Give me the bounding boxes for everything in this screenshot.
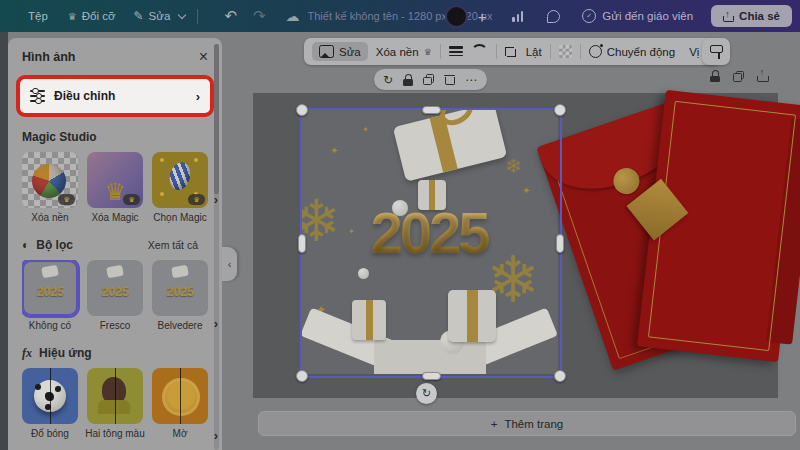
collapse-panel-tab[interactable]: ‹ bbox=[222, 247, 237, 281]
motion-icon bbox=[589, 45, 602, 58]
line-weight-icon[interactable] bbox=[449, 46, 463, 57]
lock-button[interactable] bbox=[403, 74, 413, 86]
color-swatch[interactable] bbox=[445, 5, 468, 28]
filter-fresco[interactable]: 2025 Fresco bbox=[87, 260, 143, 331]
arrow-up-glyph: ↑ bbox=[760, 67, 765, 77]
effect-duotone[interactable]: Hai tông màu bbox=[87, 368, 143, 439]
crop-icon[interactable] bbox=[505, 45, 518, 58]
magic-studio-row: ♛ Xóa nền ♛ ♛ Xóa Magic bbox=[22, 152, 218, 223]
paint-roller-icon bbox=[710, 45, 723, 59]
filter-label: Belvedere bbox=[157, 320, 202, 331]
remove-background-label: Xóa nền bbox=[376, 46, 419, 58]
effect-shadow-thumbnail bbox=[22, 368, 78, 424]
filter-belvedere[interactable]: 2025 Belvedere bbox=[152, 260, 208, 331]
star-art: ✦ bbox=[522, 186, 530, 196]
design-page[interactable]: ❄ ❄ ❄ ✦ ✦ ✦ ✦ ✦ 2025 bbox=[253, 93, 778, 398]
adjust-label: Điều chỉnh bbox=[54, 89, 115, 103]
filter-label: Fresco bbox=[100, 320, 131, 331]
resize-button[interactable]: ♛ Đổi cỡ bbox=[68, 10, 116, 22]
more-options-button[interactable]: ⋯ bbox=[465, 77, 478, 83]
filters-heading: Bộ lọc bbox=[36, 238, 73, 252]
file-menu-button[interactable]: Tệp bbox=[28, 10, 48, 22]
chevron-down-icon bbox=[178, 10, 186, 18]
redo-button[interactable]: ↷ bbox=[253, 7, 266, 25]
share-button[interactable]: ↑ Chia sẻ bbox=[711, 5, 792, 27]
filters-row: 2025 Không có 2025 Fresco 2025 bbox=[22, 260, 218, 331]
animate-button[interactable]: Chuyển động bbox=[589, 45, 675, 58]
resize-handle-top[interactable] bbox=[422, 106, 441, 114]
comment-icon[interactable] bbox=[547, 10, 560, 23]
magic-eraser-tool[interactable]: ♛ ♛ Xóa Magic bbox=[87, 152, 143, 223]
effects-row: Đổ bóng Hai tông màu Mờ L bbox=[22, 368, 218, 439]
flip-button[interactable]: Lật bbox=[526, 46, 542, 58]
red-envelope-front[interactable] bbox=[637, 90, 800, 362]
add-page-button[interactable]: + Thêm trang bbox=[258, 411, 796, 436]
lock-page-button[interactable] bbox=[710, 70, 720, 82]
magic-grab-tool[interactable]: ♛ Chọn Magic bbox=[152, 152, 208, 223]
effect-blur[interactable]: Mờ bbox=[152, 368, 208, 439]
adjust-option-highlight: Điều chỉnh › bbox=[16, 75, 214, 117]
transparency-icon[interactable] bbox=[559, 45, 572, 58]
add-color-button[interactable]: + bbox=[478, 8, 487, 25]
gift-art bbox=[171, 265, 189, 279]
curve-icon[interactable] bbox=[471, 44, 488, 60]
share-label: Chia sẻ bbox=[739, 10, 780, 22]
cloud-save-icon: ☁✓ bbox=[286, 9, 300, 23]
crown-icon: ♛ bbox=[424, 47, 432, 57]
crown-icon: ♛ bbox=[128, 196, 134, 203]
plus-icon: + bbox=[491, 418, 498, 430]
delete-button[interactable] bbox=[444, 74, 455, 86]
remove-background-button[interactable]: Xóa nền ♛ bbox=[376, 46, 432, 58]
send-to-teacher-button[interactable]: ✓ Gửi đến giáo viên bbox=[582, 9, 693, 23]
copy-style-button[interactable] bbox=[702, 38, 730, 65]
tool-label: Xóa Magic bbox=[91, 212, 138, 223]
top-menu-bar: Tệp ♛ Đổi cỡ ✎ Sửa ↶ ↷ ☁✓ Thiết kế không… bbox=[0, 0, 800, 32]
resize-handle-top-left[interactable] bbox=[296, 104, 308, 116]
magic-grab-thumbnail: ♛ bbox=[152, 152, 208, 208]
remove-bg-thumbnail: ♛ bbox=[22, 152, 78, 208]
fx-icon: fx bbox=[22, 346, 32, 361]
edit-menu-button[interactable]: ✎ Sửa bbox=[134, 9, 186, 23]
new-year-2025-image[interactable]: ❄ ❄ ❄ ✦ ✦ ✦ ✦ ✦ 2025 bbox=[300, 108, 558, 374]
close-panel-button[interactable]: × bbox=[199, 49, 208, 65]
effects-heading: Hiệu ứng bbox=[39, 346, 92, 360]
divider bbox=[496, 44, 497, 59]
magic-eraser-thumbnail: ♛ ♛ bbox=[87, 152, 143, 208]
duplicate-button[interactable] bbox=[423, 74, 434, 85]
chevron-right-icon: › bbox=[196, 89, 200, 104]
filter-none[interactable]: 2025 Không có bbox=[22, 260, 78, 331]
see-all-filters-link[interactable]: Xem tất cả bbox=[148, 239, 198, 251]
filter-none-thumbnail: 2025 bbox=[22, 260, 78, 316]
rotate-handle[interactable]: ↻ bbox=[416, 383, 437, 404]
resize-handle-top-right[interactable] bbox=[554, 104, 566, 116]
effect-shadow[interactable]: Đổ bóng bbox=[22, 368, 78, 439]
resize-handle-bottom-left[interactable] bbox=[296, 370, 308, 382]
resize-handle-left[interactable] bbox=[298, 234, 306, 253]
scrollbar-thumb[interactable] bbox=[214, 44, 219, 194]
resize-handle-bottom-right[interactable] bbox=[554, 370, 566, 382]
filters-scroll-arrow[interactable]: › bbox=[214, 316, 218, 331]
magic-studio-scroll-arrow[interactable]: › bbox=[214, 192, 218, 207]
insights-chart-icon[interactable] bbox=[512, 10, 523, 22]
panel-scrollbar[interactable] bbox=[214, 44, 219, 450]
remove-bg-tool[interactable]: ♛ Xóa nền bbox=[22, 152, 78, 223]
effects-scroll-arrow[interactable]: › bbox=[214, 428, 218, 443]
pro-badge: ♛ bbox=[123, 194, 140, 205]
resize-handle-bottom[interactable] bbox=[422, 372, 441, 380]
filter-label: Không có bbox=[29, 320, 71, 331]
small-gift-art bbox=[352, 300, 386, 340]
export-page-button[interactable]: ↑ bbox=[757, 70, 768, 82]
adjust-option[interactable]: Điều chỉnh › bbox=[20, 79, 210, 113]
tool-label: Chọn Magic bbox=[153, 212, 206, 223]
selection-dot bbox=[160, 192, 164, 196]
snowflake-art: ❄ bbox=[505, 156, 522, 176]
edit-image-button[interactable]: Sửa bbox=[312, 42, 368, 61]
effect-label: Hai tông màu bbox=[85, 428, 144, 439]
resize-handle-right[interactable] bbox=[556, 234, 564, 253]
undo-button[interactable]: ↶ bbox=[224, 7, 237, 25]
effect-duotone-thumbnail bbox=[87, 368, 143, 424]
image-icon bbox=[319, 45, 334, 58]
duplicate-page-button[interactable] bbox=[733, 71, 744, 82]
rotate-button[interactable]: ↻ bbox=[383, 74, 393, 86]
star-art: ✦ bbox=[362, 126, 369, 134]
